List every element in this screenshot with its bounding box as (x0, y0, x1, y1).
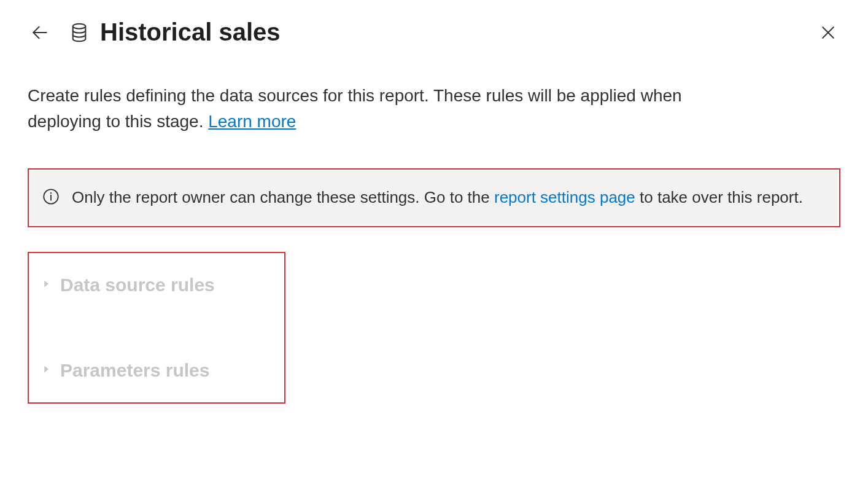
header: Historical sales (28, 18, 840, 46)
info-text-before: Only the report owner can change these s… (72, 188, 494, 206)
info-banner: Only the report owner can change these s… (30, 171, 838, 225)
description-before: Create rules defining the data sources f… (28, 86, 682, 131)
learn-more-link[interactable]: Learn more (208, 112, 296, 131)
database-icon (71, 23, 88, 42)
data-source-rules-section[interactable]: Data source rules (35, 265, 278, 305)
parameters-rules-section[interactable]: Parameters rules (35, 351, 278, 390)
info-banner-highlight: Only the report owner can change these s… (28, 168, 840, 227)
chevron-right-icon (41, 279, 51, 291)
rules-group-highlight: Data source rules Parameters rules (28, 252, 285, 404)
close-button[interactable] (816, 20, 840, 45)
arrow-left-icon (30, 23, 50, 42)
svg-marker-8 (44, 366, 48, 372)
report-settings-link[interactable]: report settings page (494, 188, 635, 206)
info-text-after: to take over this report. (640, 188, 803, 206)
chevron-right-icon (41, 364, 51, 377)
svg-point-1 (73, 23, 86, 28)
info-icon (42, 188, 60, 208)
svg-point-6 (50, 192, 52, 194)
data-source-rules-label: Data source rules (60, 275, 215, 295)
description-text: Create rules defining the data sources f… (28, 83, 715, 135)
header-left: Historical sales (28, 18, 281, 46)
info-text: Only the report owner can change these s… (72, 186, 803, 209)
close-icon (819, 23, 837, 42)
page-title: Historical sales (100, 18, 281, 46)
svg-marker-7 (44, 280, 48, 287)
parameters-rules-label: Parameters rules (60, 360, 210, 381)
title-group: Historical sales (71, 18, 281, 46)
back-button[interactable] (28, 20, 52, 45)
